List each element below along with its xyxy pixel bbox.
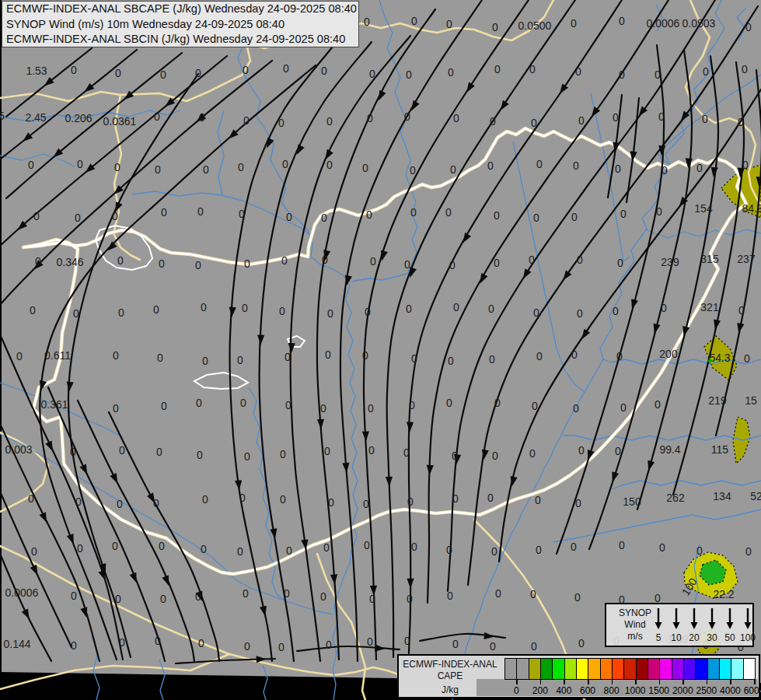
station-value-label: 0 — [536, 158, 543, 170]
station-value-label: 0 — [156, 446, 162, 458]
station-value-label: 0 — [284, 587, 290, 600]
station-value-label: 0 — [203, 163, 209, 176]
station-value-label: 0 — [280, 448, 286, 460]
station-value-label: 0 — [326, 639, 332, 651]
station-value-label: 0 — [617, 257, 623, 269]
station-value-label: 0 — [406, 68, 412, 81]
station-value-label: 0.206 — [65, 112, 92, 124]
station-value-label: 0 — [615, 163, 621, 175]
station-value-label: 0 — [197, 205, 204, 218]
station-value-label: 0 — [453, 301, 459, 313]
station-value-label: 0 — [738, 304, 745, 317]
station-value-label: 0.0006 — [647, 17, 680, 30]
station-value-label: 0 — [153, 303, 159, 316]
station-value-label: 0 — [155, 163, 161, 176]
station-value-label: 0.0500 — [518, 19, 552, 32]
station-value-label: 0 — [114, 161, 120, 173]
station-value-label: 0 — [195, 67, 201, 79]
station-value-label: 0 — [448, 355, 454, 367]
cape-max-marker: + — [707, 355, 713, 367]
station-value-label: 0 — [702, 113, 708, 125]
station-value-label: 0 — [240, 397, 246, 409]
station-value-label: 0 — [320, 402, 326, 415]
station-value-label: 0 — [237, 545, 243, 558]
station-value-label: 0 — [71, 64, 77, 76]
station-value-label: 0 — [495, 587, 501, 600]
station-value-label: 0 — [571, 211, 578, 223]
station-value-label: 0 — [571, 541, 577, 553]
station-value-label: 0 — [321, 65, 327, 77]
station-value-label: 0.361 — [40, 398, 68, 411]
station-value-label: 0.346 — [56, 256, 83, 268]
station-value-label: 0 — [659, 541, 665, 554]
station-value-label: 0 — [655, 68, 661, 81]
station-value-label: 0 — [745, 21, 752, 33]
weather-map-app: 0000000000000000000000000000000000000000… — [0, 0, 761, 700]
station-value-label: 0 — [328, 496, 334, 509]
station-value-label: 0 — [494, 397, 501, 409]
station-value-label: 0 — [536, 544, 542, 556]
station-value-label: 0 — [446, 18, 452, 30]
cape-tick — [612, 680, 613, 684]
wind-speed-arrow-icon — [687, 607, 701, 630]
station-value-label: 0 — [324, 445, 330, 457]
station-value-label: 0 — [115, 67, 121, 79]
station-value-label: 0.0361 — [103, 115, 137, 128]
station-value-label: 0 — [577, 254, 583, 266]
station-value-label: 0 — [489, 353, 495, 366]
station-value-label: 0 — [367, 635, 373, 648]
station-value-label: 0.144 — [3, 638, 30, 650]
station-value-label: 0 — [407, 593, 413, 605]
station-value-label: 0 — [530, 588, 536, 600]
station-value-label: 0 — [745, 545, 752, 558]
station-value-label: 0 — [619, 15, 625, 27]
station-value-label: 0 — [364, 539, 370, 551]
station-value-label: 0 — [404, 110, 410, 123]
station-value-label: 0 — [112, 540, 118, 552]
station-value-label: 0 — [696, 544, 703, 557]
cape-color-swatch — [601, 659, 613, 679]
cape-tick — [635, 680, 637, 684]
cape-tick-label: 2500 — [696, 685, 717, 696]
station-value-label: 0 — [450, 163, 456, 176]
station-value-label: 0 — [536, 350, 543, 362]
wind-speed-arrow-icon — [741, 607, 755, 630]
station-value-label: 0 — [410, 164, 416, 177]
map-left-edge — [0, 0, 2, 700]
station-value-label: 0 — [117, 498, 123, 510]
station-value-label: 0 — [112, 210, 118, 222]
station-value-label: 0 — [404, 258, 410, 271]
station-value-label: 99.4 — [659, 443, 680, 456]
cape-color-swatch — [744, 659, 755, 679]
station-value-label: 0 — [575, 65, 581, 78]
station-value-label: 0 — [490, 640, 496, 653]
station-value-label: 0 — [238, 161, 244, 173]
station-value-label: 0 — [31, 545, 37, 558]
station-value-label: 0 — [28, 492, 34, 505]
wind-speed-arrow-icon — [651, 607, 665, 630]
cape-color-swatch — [648, 659, 660, 679]
station-value-label: 150 — [623, 495, 641, 508]
station-value-label: 0 — [33, 210, 40, 222]
station-value-label: 0 — [243, 114, 250, 127]
station-value-label: 239 — [661, 256, 679, 268]
cape-color-swatch — [541, 659, 553, 679]
cape-color-swatch — [637, 659, 648, 679]
station-value-label: 0 — [239, 208, 245, 220]
station-value-label: 0 — [281, 254, 288, 267]
station-value-label: 0 — [369, 68, 375, 80]
station-value-label: 0 — [409, 399, 415, 411]
title-line-sbcape: ECMWF-INDEX-ANAL SBCAPE (J/kg) Wednesday… — [6, 2, 358, 17]
cape-color-swatch — [565, 659, 577, 679]
station-value-label: 0 — [71, 639, 77, 652]
station-value-label: 0 — [367, 112, 373, 124]
station-value-label: 0 — [573, 159, 579, 172]
station-value-label: 0 — [243, 587, 249, 600]
station-value-label: 0 — [662, 164, 668, 177]
station-value-label: 0 — [16, 350, 23, 362]
station-value-label: 0 — [574, 591, 581, 604]
station-value-label: 15 — [745, 394, 757, 407]
cape-tick-label: 0 — [514, 685, 519, 696]
station-value-label: 0 — [532, 400, 538, 412]
cape-tick — [564, 680, 565, 684]
